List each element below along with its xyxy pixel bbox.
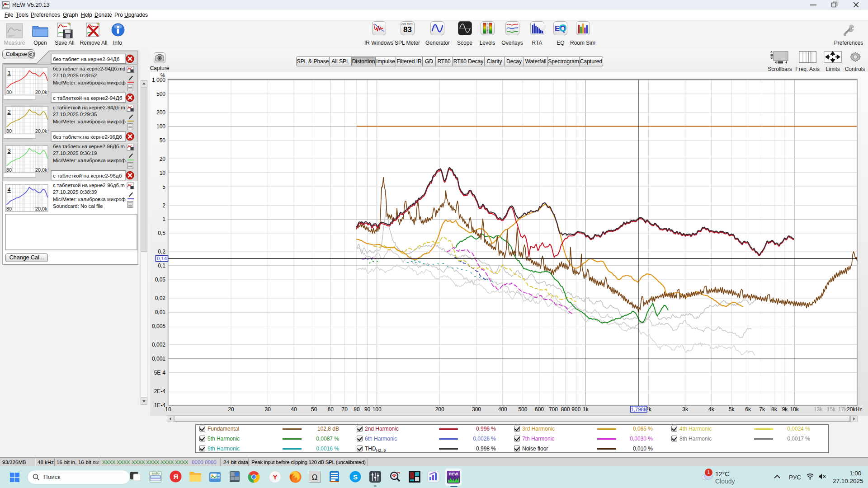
- svg-text:Mic/Meter: калибровка микроф: Mic/Meter: калибровка микроф: [53, 197, 126, 202]
- svg-text:400: 400: [498, 406, 507, 413]
- svg-text:27.10.2025 0:38:39: 27.10.2025 0:38:39: [53, 189, 97, 195]
- svg-text:%: %: [160, 72, 165, 79]
- svg-text:100: 100: [373, 406, 382, 413]
- svg-text:10k: 10k: [790, 406, 799, 413]
- svg-text:2E-4: 2E-4: [154, 388, 166, 394]
- svg-text:9: 9: [487, 31, 489, 34]
- svg-text:1: 1: [8, 70, 11, 76]
- svg-text:1: 1: [162, 216, 165, 222]
- svg-text:0,02: 0,02: [155, 295, 166, 301]
- svg-text:0,05: 0,05: [155, 277, 166, 283]
- svg-text:4: 4: [8, 186, 11, 193]
- svg-text:4k: 4k: [708, 406, 715, 413]
- svg-text:с таблеткой на керне2-94Дб: с таблеткой на керне2-94Дб: [53, 95, 123, 101]
- svg-text:27.10.2025 0:36:19: 27.10.2025 0:36:19: [53, 150, 97, 156]
- svg-text:с таблеткой на керне2-96дб.m: с таблеткой на керне2-96дб.m: [53, 183, 125, 188]
- svg-text:10: 10: [160, 170, 166, 176]
- svg-text:8k: 8k: [771, 406, 778, 413]
- svg-text:3k: 3k: [682, 406, 689, 413]
- svg-text:200: 200: [435, 406, 444, 413]
- svg-text:20,0k: 20,0k: [35, 128, 47, 134]
- svg-text:80: 80: [6, 206, 12, 211]
- svg-text:Ω: Ω: [312, 473, 318, 482]
- svg-text:50: 50: [311, 406, 317, 413]
- svg-text:80: 80: [354, 406, 360, 413]
- svg-text:2: 2: [8, 108, 11, 115]
- svg-text:9k: 9k: [782, 406, 788, 413]
- svg-text:6k: 6k: [745, 406, 751, 413]
- svg-text:50: 50: [160, 137, 166, 144]
- svg-text:Soundcard: No cal file: Soundcard: No cal file: [53, 203, 103, 209]
- svg-text:с таблеткой на керне2-94Дб.m: с таблеткой на керне2-94Дб.m: [53, 105, 125, 110]
- svg-text:0,002: 0,002: [152, 342, 165, 348]
- svg-text:Mic/Meter: калибровка микроф: Mic/Meter: калибровка микроф: [53, 80, 126, 85]
- svg-text:REW: REW: [449, 472, 458, 476]
- svg-text:Y: Y: [273, 473, 277, 481]
- svg-text:0,14: 0,14: [157, 256, 167, 261]
- svg-text:27.10.2025 0:28:52: 27.10.2025 0:28:52: [53, 73, 97, 78]
- svg-text:без таблетк на керне2-96Дб.m: без таблетк на керне2-96Дб.m: [53, 144, 125, 149]
- svg-text:300: 300: [472, 406, 481, 413]
- svg-text:Mic/Meter: калибровка микроф: Mic/Meter: калибровка микроф: [53, 158, 126, 163]
- svg-text:0,5: 0,5: [158, 230, 165, 236]
- svg-text:audio: audio: [151, 472, 159, 475]
- svg-text:20kHz: 20kHz: [847, 406, 862, 413]
- svg-text:900: 900: [571, 406, 580, 413]
- svg-text:с таблеткой на керне2-96дб: с таблеткой на керне2-96дб: [53, 173, 122, 179]
- svg-text:800: 800: [561, 406, 570, 413]
- svg-text:70: 70: [342, 406, 348, 413]
- svg-text:0,01: 0,01: [155, 309, 166, 315]
- svg-text:40: 40: [291, 406, 297, 413]
- svg-text:80: 80: [6, 89, 12, 95]
- svg-text:500: 500: [518, 406, 527, 413]
- svg-text:17k: 17k: [838, 406, 847, 413]
- svg-text:5E-4: 5E-4: [154, 370, 166, 376]
- svg-text:0,1: 0,1: [158, 263, 165, 269]
- svg-text:80: 80: [6, 167, 12, 173]
- svg-text:1,798k: 1,798k: [631, 407, 646, 412]
- svg-text:200: 200: [156, 109, 165, 116]
- svg-text:1k: 1k: [583, 406, 589, 413]
- svg-text:S: S: [353, 473, 358, 481]
- svg-text:10: 10: [165, 406, 171, 413]
- svg-text:0,005: 0,005: [152, 323, 165, 329]
- svg-text:без таблет на керне2-94Дб.md: без таблет на керне2-94Дб.md: [53, 66, 125, 71]
- svg-text:Я: Я: [174, 473, 179, 480]
- svg-text:20,0k: 20,0k: [35, 89, 47, 95]
- svg-text:30: 30: [265, 406, 271, 413]
- svg-text:Mic/Meter: калибровка микроф: Mic/Meter: калибровка микроф: [53, 119, 126, 124]
- svg-text:27.10.2025 0:29:35: 27.10.2025 0:29:35: [53, 112, 97, 117]
- svg-text:0,001: 0,001: [152, 356, 165, 362]
- svg-text:90: 90: [364, 406, 371, 413]
- svg-text:100: 100: [156, 123, 165, 130]
- svg-text:20,0k: 20,0k: [35, 167, 47, 173]
- svg-text:без таблет на керне2-94Дб: без таблет на керне2-94Дб: [53, 56, 120, 62]
- svg-text:80: 80: [6, 128, 12, 134]
- svg-text:13k: 13k: [814, 406, 823, 413]
- svg-text:20,0k: 20,0k: [35, 206, 47, 211]
- svg-text:20: 20: [160, 156, 166, 162]
- svg-text:15k: 15k: [827, 406, 836, 413]
- svg-text:2: 2: [162, 202, 165, 209]
- svg-text:5: 5: [162, 184, 165, 190]
- svg-text:60: 60: [328, 406, 334, 413]
- svg-text:20: 20: [228, 406, 234, 413]
- svg-text:600: 600: [535, 406, 544, 413]
- svg-text:5k: 5k: [729, 406, 735, 413]
- svg-text:7k: 7k: [759, 406, 765, 413]
- svg-text:700: 700: [549, 406, 558, 413]
- svg-text:3: 3: [8, 147, 11, 154]
- svg-text:0,2: 0,2: [158, 249, 165, 255]
- svg-text:500: 500: [156, 91, 165, 97]
- svg-text:без таблетк на керне2-96Дб: без таблетк на керне2-96Дб: [53, 134, 122, 140]
- svg-text:1E-4: 1E-4: [154, 402, 166, 408]
